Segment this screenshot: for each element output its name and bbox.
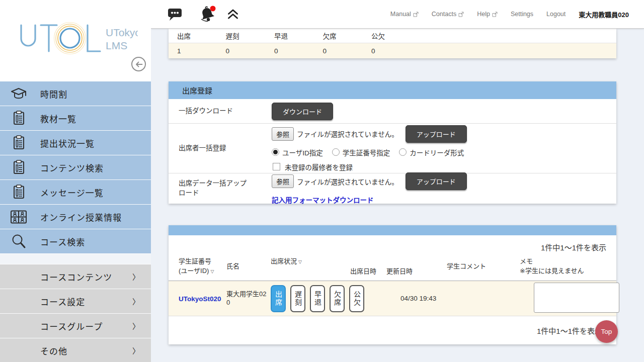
sidebar-item-label: コースグループ (40, 320, 103, 332)
status-button-excused[interactable]: 公欠 (349, 285, 364, 312)
bulk-download-row: 一括ダウンロード ダウンロード (169, 99, 616, 124)
sidebar-item-online-class-info[interactable]: オンライン授業情報 (0, 205, 151, 229)
external-link-icon (492, 12, 498, 17)
search-icon (10, 234, 27, 249)
manual-link[interactable]: Manual (390, 11, 419, 18)
status-button-absent[interactable]: 欠席 (330, 285, 345, 312)
logout-link[interactable]: Logout (546, 11, 566, 18)
sidebar-item-label: コース設定 (40, 295, 85, 308)
contacts-link[interactable]: Contacts (432, 11, 464, 18)
summary-header: 出席 (169, 31, 217, 41)
sidebar-menu: 時間割 教材一覧 提出状況一覧 コンテンツ検索 メッセージ一覧 (0, 81, 151, 362)
chevron-right-icon: 〉 (132, 345, 140, 356)
summary-header: 遅刻 (217, 31, 266, 41)
status-button-present[interactable]: 出席 (271, 285, 286, 312)
data-bulk-upload-controls: 参照 ファイルが選択されていません。 アップロード 記入用フォーマットダウンロー… (272, 172, 467, 205)
chevron-right-icon: 〉 (132, 272, 140, 282)
back-to-top-button[interactable]: Top (595, 320, 618, 343)
radio-user-id-label: ユーザID指定 (282, 147, 323, 157)
summary-header: 欠席 (314, 31, 363, 41)
external-link-icon (458, 12, 464, 17)
attendee-bulk-row: 出席者一括登録 参照 ファイルが選択されていません。 アップロード ユーザID指… (169, 124, 616, 173)
download-button[interactable]: ダウンロード (272, 103, 333, 120)
result-count-bottom: 1件中1〜1件を表示 (169, 316, 616, 344)
utol-logo: UTokyo LMS (17, 19, 138, 60)
radio-button[interactable] (399, 148, 407, 156)
sidebar-item-course-settings[interactable]: コース設定 〉 (0, 289, 151, 314)
clipboard-icon (10, 185, 27, 200)
student-name-cell: 東大用学生020 (226, 290, 271, 307)
sidebar-item-label: メッセージ一覧 (40, 186, 104, 199)
sidebar-item-course-contents[interactable]: コースコンテンツ 〉 (0, 264, 151, 289)
no-file-text: ファイルが選択されていません。 (297, 129, 398, 139)
chat-bubble-icon[interactable] (168, 8, 183, 21)
sidebar-item-label: オンライン授業情報 (40, 211, 122, 223)
clipboard-icon (10, 135, 27, 150)
upload-button[interactable]: アップロード (406, 125, 467, 143)
svg-text:UTokyo: UTokyo (106, 27, 138, 38)
summary-value: 0 (266, 47, 314, 55)
radio-student-no[interactable]: 学生証番号指定 (332, 147, 390, 157)
radio-card-reader-label: カードリーダ形式 (410, 147, 464, 157)
settings-link[interactable]: Settings (511, 11, 533, 18)
sidebar-item-label: 提出状況一覧 (40, 137, 95, 149)
help-link[interactable]: Help (477, 11, 498, 18)
radio-button[interactable] (332, 148, 340, 156)
sidebar-item-label: 教材一覧 (40, 112, 76, 125)
attendance-register-panel: 出席登録 一括ダウンロード ダウンロード 出席者一括登録 参照 ファイルが選択さ… (169, 81, 616, 204)
radio-user-id[interactable]: ユーザID指定 (272, 147, 323, 157)
summary-value: 1 (169, 47, 217, 55)
status-button-early-leave[interactable]: 早退 (310, 285, 325, 312)
header-student-id-line1: 学生証番号 (179, 257, 211, 265)
status-button-late[interactable]: 遅刻 (290, 285, 305, 312)
radio-card-reader[interactable]: カードリーダ形式 (399, 147, 464, 157)
sidebar-item-content-search[interactable]: コンテンツ検索 (0, 155, 151, 180)
sort-icon[interactable]: ▽ (298, 259, 302, 264)
sidebar-item-course-search[interactable]: コース検索 (0, 229, 151, 254)
browse-button[interactable]: 参照 (272, 174, 294, 188)
header-student-id[interactable]: 学生証番号 (ユーザID)▽ (169, 257, 226, 276)
browse-button[interactable]: 参照 (272, 127, 294, 141)
radio-button-selected[interactable] (272, 148, 279, 156)
summary-value: 0 (363, 47, 412, 55)
summary-header-row: 出席 遅刻 早退 欠席 公欠 (169, 29, 616, 43)
notification-dot (210, 6, 216, 12)
format-download-link[interactable]: 記入用フォーマットダウンロード (272, 197, 374, 204)
sidebar-item-submission-status[interactable]: 提出状況一覧 (0, 131, 151, 155)
memo-textarea[interactable] (534, 283, 619, 313)
list-header-row: 学生証番号 (ユーザID)▽ 氏名 出席状況▽ 出席日時 更新日時 学生コメント… (169, 252, 616, 281)
summary-header: 早退 (266, 31, 314, 41)
manual-link-label: Manual (390, 11, 411, 18)
student-id-link[interactable]: UTokyoSt020 (179, 295, 221, 303)
sidebar-item-label: 時間割 (40, 87, 67, 100)
header-name: 氏名 (226, 262, 271, 272)
header-status[interactable]: 出席状況▽ (271, 252, 350, 266)
bulk-download-label: 一括ダウンロード (169, 107, 272, 116)
upload-button[interactable]: アップロード (406, 172, 467, 190)
memo-cell (534, 283, 619, 315)
sidebar-item-label: コースコンテンツ (40, 270, 112, 283)
header-student-id-line2: (ユーザID) (179, 267, 209, 275)
summary-value: 0 (217, 47, 266, 55)
summary-header: 公欠 (363, 31, 412, 41)
sidebar-item-label: コース検索 (40, 235, 85, 248)
sidebar-item-label: コンテンツ検索 (40, 161, 104, 174)
username: 東大用教職員020 (579, 10, 629, 19)
sidebar-item-others[interactable]: その他 〉 (0, 338, 151, 362)
header-update-time: 更新日時 (386, 267, 447, 281)
sidebar-collapse-button[interactable] (131, 57, 146, 71)
logout-link-label: Logout (546, 11, 566, 18)
sidebar-item-messages[interactable]: メッセージ一覧 (0, 180, 151, 205)
sidebar-item-course-group[interactable]: コースグループ 〉 (0, 314, 151, 338)
register-unenrolled-label: 未登録の履修者を登録 (285, 162, 353, 172)
sidebar-item-label: その他 (40, 344, 67, 357)
external-link-icon (413, 12, 419, 17)
header-memo-line1: メモ (520, 257, 533, 265)
sidebar-item-timetable[interactable]: 時間割 (0, 81, 151, 106)
sidebar-item-materials[interactable]: 教材一覧 (0, 106, 151, 131)
register-unenrolled-checkbox[interactable] (273, 163, 280, 170)
notification-bell-icon[interactable] (199, 5, 218, 23)
attendance-summary-table: 出席 遅刻 早退 欠席 公欠 1 0 0 0 0 (169, 29, 616, 58)
sort-icon[interactable]: ▽ (210, 269, 214, 274)
double-chevron-up-icon[interactable] (227, 9, 239, 20)
